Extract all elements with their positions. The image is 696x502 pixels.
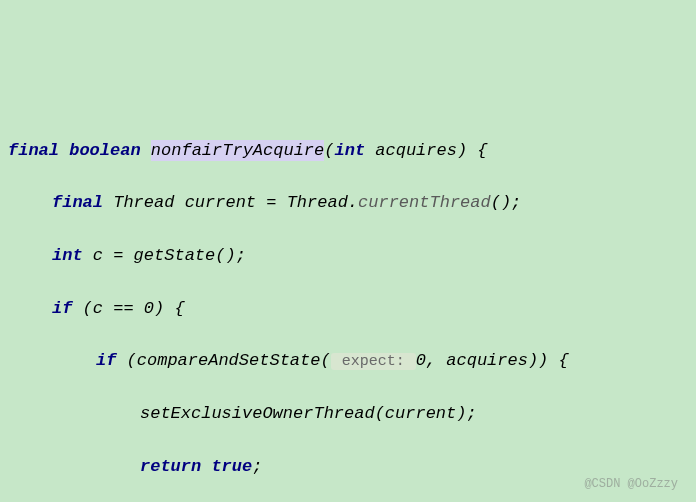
- code-line: if (compareAndSetState( expect: 0, acqui…: [8, 348, 696, 374]
- number-zero: 0: [144, 299, 154, 318]
- code-line: setExclusiveOwnerThread(current);: [8, 401, 696, 427]
- number-zero: 0: [416, 351, 426, 370]
- code-text: ) {: [154, 299, 185, 318]
- code-text: , acquires)) {: [426, 351, 569, 370]
- code-line: if (c == 0) {: [8, 296, 696, 322]
- method-name: nonfairTryAcquire: [151, 140, 324, 161]
- keyword-return: return: [140, 457, 201, 476]
- keyword-int: int: [52, 246, 83, 265]
- code-text: c = getState();: [83, 246, 246, 265]
- code-block: final boolean nonfairTryAcquire(int acqu…: [8, 111, 696, 502]
- code-text: setExclusiveOwnerThread(current);: [140, 404, 477, 423]
- code-line: return true;: [8, 454, 696, 480]
- code-line: final boolean nonfairTryAcquire(int acqu…: [8, 138, 696, 164]
- code-line: int c = getState();: [8, 243, 696, 269]
- code-text: Thread current = Thread.: [103, 193, 358, 212]
- keyword-final: final: [52, 193, 103, 212]
- keyword-int: int: [334, 141, 365, 160]
- code-text: acquires) {: [365, 141, 487, 160]
- semicolon: ;: [252, 457, 262, 476]
- keyword-boolean: boolean: [69, 141, 140, 160]
- code-text: (compareAndSetState(: [116, 351, 330, 370]
- static-method: currentThread: [358, 193, 491, 212]
- keyword-final: final: [8, 141, 59, 160]
- code-text: ();: [491, 193, 522, 212]
- parameter-hint: expect:: [331, 353, 416, 370]
- keyword-if: if: [52, 299, 72, 318]
- keyword-if: if: [96, 351, 116, 370]
- keyword-true: true: [211, 457, 252, 476]
- code-text: (c ==: [72, 299, 143, 318]
- code-line: final Thread current = Thread.currentThr…: [8, 190, 696, 216]
